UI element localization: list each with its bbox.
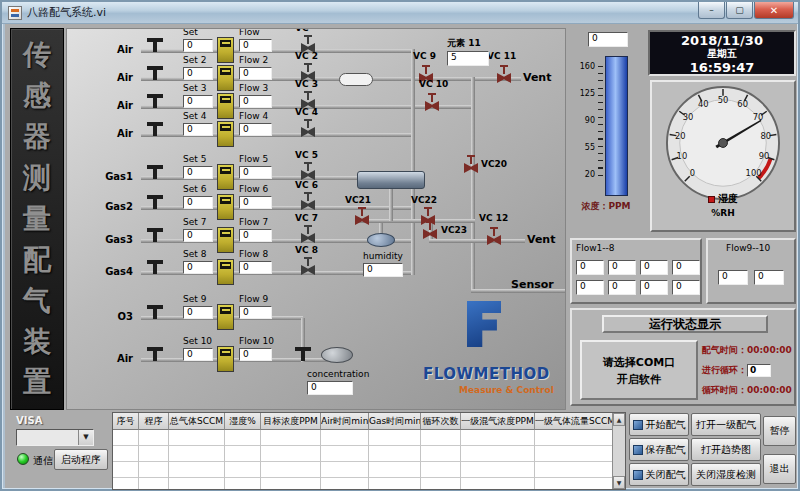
sidebar-char: 气	[23, 287, 51, 315]
svg-text:40: 40	[698, 99, 709, 109]
inlet-valve-icon[interactable]	[147, 228, 163, 242]
exit-button[interactable]: 退出	[763, 454, 796, 484]
table-row[interactable]	[113, 478, 625, 490]
minimize-button[interactable]: –	[698, 2, 725, 19]
mfc-icon	[217, 227, 234, 253]
set-input[interactable]: 0	[183, 95, 213, 108]
vc-valve-icon[interactable]	[301, 119, 315, 137]
vc-valve-icon[interactable]	[301, 162, 315, 180]
inlet-valve-icon[interactable]	[147, 122, 163, 136]
titlebar[interactable]: 八路配气系统.vi – ▢ ✕	[2, 2, 798, 24]
status-message-line2: 开启软件	[582, 371, 696, 388]
table-row[interactable]	[113, 462, 625, 478]
set-label: Set 2	[183, 55, 206, 65]
set-label: Set 10	[183, 336, 212, 346]
vc-valve-icon[interactable]	[301, 225, 315, 243]
gas-time-value: 00:00:00	[747, 345, 792, 355]
gas-source-label: Air	[95, 72, 133, 83]
set-input[interactable]: 0	[183, 196, 213, 209]
flow-label: Flow 4	[239, 111, 268, 121]
start-program-button[interactable]: 启动程序	[54, 449, 108, 470]
cycle-line: 进行循环：0	[702, 364, 796, 377]
open-primary-gas-button[interactable]: 打开一级配气	[691, 413, 761, 436]
flow-label: Flow 10	[239, 336, 274, 346]
gas-source-label: Gas1	[95, 171, 133, 182]
flow-label: Flow 2	[239, 55, 268, 65]
set-input[interactable]: 0	[183, 166, 213, 179]
vc23-valve-icon[interactable]	[423, 221, 437, 239]
element-input[interactable]: 5	[447, 51, 489, 66]
pipe	[411, 49, 415, 275]
table-cell	[421, 430, 461, 446]
vc12-valve-icon[interactable]	[487, 227, 501, 245]
vc20-label: VC20	[481, 159, 507, 169]
start-gas-button[interactable]: 开始配气	[629, 413, 689, 436]
set-input[interactable]: 0	[183, 261, 213, 274]
table-row[interactable]	[113, 430, 625, 446]
close-humidity-button[interactable]: 关闭湿度检测	[691, 463, 761, 486]
app-window: 八路配气系统.vi – ▢ ✕ 传 感 器 测 量 配 气 装 置	[0, 0, 800, 491]
vc-valve-label: VC 3	[295, 79, 318, 89]
table-cell	[421, 462, 461, 478]
vc11-valve-icon[interactable]	[497, 65, 511, 83]
table-cell	[113, 430, 139, 446]
gas-source-label: Air	[95, 44, 133, 55]
flow-label: Flow 9	[239, 294, 268, 304]
tank-tick-label: 90	[570, 116, 595, 125]
humidity-label: humidity	[363, 251, 403, 261]
scroll-down-button[interactable]: ▼	[613, 476, 625, 489]
set-input[interactable]: 0	[183, 348, 213, 361]
table-cell	[225, 446, 261, 462]
inlet-valve-icon[interactable]	[147, 94, 163, 108]
close-gas-button[interactable]: 关闭配气	[629, 463, 689, 486]
scroll-up-button[interactable]: ▲	[613, 413, 625, 426]
set-input[interactable]: 0	[183, 123, 213, 136]
vc10-valve-icon[interactable]	[425, 93, 439, 111]
set-label: Set 3	[183, 83, 206, 93]
gas-source-label: Air	[95, 353, 133, 364]
set-input[interactable]: 0	[183, 229, 213, 242]
pause-button[interactable]: 暂停	[763, 416, 796, 446]
start-gas-icon	[633, 420, 643, 430]
tank-tick-label: 160	[570, 62, 595, 71]
maximize-button[interactable]: ▢	[726, 2, 753, 19]
pipe	[357, 219, 475, 223]
time-text: 16:59:47	[650, 60, 794, 75]
vent-top-label: Vent	[523, 71, 551, 84]
outlet-valve-icon[interactable]	[295, 347, 311, 361]
table-scrollbar[interactable]: ▲ ▼	[612, 413, 625, 489]
cycle-time-value: 00:00:00	[747, 385, 792, 395]
set-input[interactable]: 0	[183, 306, 213, 319]
dropdown-icon[interactable]: ▼	[78, 430, 93, 445]
open-trend-button[interactable]: 打开趋势图	[691, 438, 761, 461]
inlet-valve-icon[interactable]	[147, 195, 163, 209]
set-input[interactable]: 0	[183, 67, 213, 80]
pipe	[389, 187, 393, 221]
vc-valve-icon[interactable]	[301, 192, 315, 210]
vc12-label: VC 12	[479, 213, 508, 223]
vc-valve-icon[interactable]	[301, 257, 315, 275]
table-cell	[461, 462, 535, 478]
sensor-label: Sensor	[511, 278, 554, 291]
set-label: Set 4	[183, 111, 206, 121]
set-input[interactable]: 0	[183, 39, 213, 52]
vc20-valve-icon[interactable]	[464, 155, 478, 173]
status-title: 运行状态显示	[602, 315, 768, 333]
table-header: 目标浓度PPM	[261, 413, 321, 430]
inlet-valve-icon[interactable]	[147, 165, 163, 179]
save-gas-button[interactable]: 保存配气	[629, 438, 689, 461]
inlet-valve-icon[interactable]	[147, 260, 163, 274]
inlet-valve-icon[interactable]	[147, 66, 163, 80]
tank-unit-label: 浓度：PPM	[570, 200, 642, 213]
humidity-gauge-panel: 0 10 20 30 40 50 60 70 80 90 100 湿度 %RH	[650, 80, 796, 232]
inlet-valve-icon[interactable]	[147, 347, 163, 361]
close-button[interactable]: ✕	[754, 2, 794, 19]
set-label: Set 6	[183, 184, 206, 194]
gas-source-label: Air	[95, 100, 133, 111]
mfc-icon	[217, 37, 234, 63]
inlet-valve-icon[interactable]	[147, 305, 163, 319]
visa-resource-combo[interactable]: ▼	[16, 429, 94, 446]
vc21-valve-icon[interactable]	[355, 207, 369, 225]
table-row[interactable]	[113, 446, 625, 462]
inlet-valve-icon[interactable]	[147, 38, 163, 52]
